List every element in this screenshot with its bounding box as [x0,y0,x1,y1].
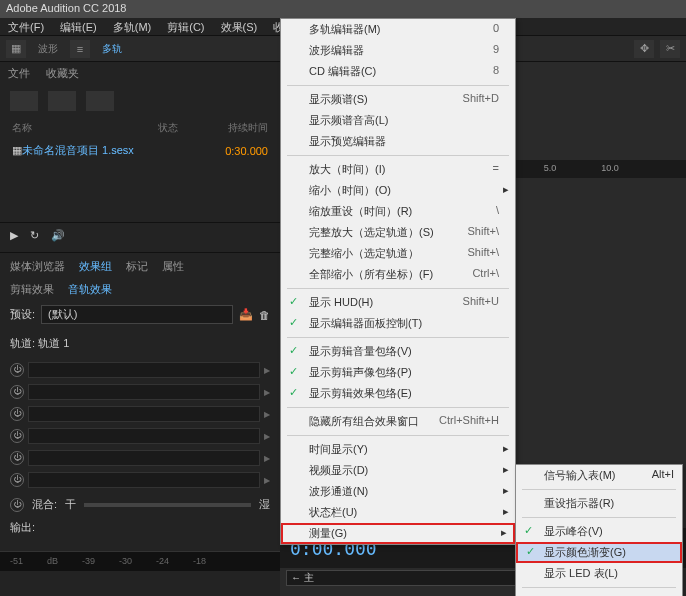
menu-clip-vol[interactable]: ✓显示剪辑音量包络(V) [281,341,515,362]
loop-icon[interactable]: ↻ [30,229,39,242]
menu-full-zoom-sel[interactable]: 完整放大（选定轨道）(S)Shift+\ [281,222,515,243]
play-icon[interactable]: ▶ [10,229,18,242]
effect-slot[interactable]: ⏻▶ [10,359,270,381]
menu-video-display[interactable]: 视频显示(D)▸ [281,460,515,481]
sub-120db[interactable]: 120 dB 范围(1) [516,591,682,596]
menu-hud[interactable]: ✓显示 HUD(H)Shift+U [281,292,515,313]
menu-pitch[interactable]: 显示频谱音高(L) [281,110,515,131]
save-preset-icon[interactable]: 📥 [239,308,253,321]
power-icon[interactable]: ⏻ [10,451,24,465]
sub-reset[interactable]: 重设指示器(R) [516,493,682,514]
view-dropdown: 多轨编辑器(M)0 波形编辑器9 CD 编辑器(C)8 显示频谱(S)Shift… [280,18,516,545]
menu-clip-pan[interactable]: ✓显示剪辑声像包络(P) [281,362,515,383]
menu-full-shrink-all[interactable]: 全部缩小（所有坐标）(F)Ctrl+\ [281,264,515,285]
power-icon[interactable]: ⏻ [10,385,24,399]
file-name: 未命名混音项目 1.sesx [22,143,208,158]
sub-signal-input[interactable]: 信号输入表(M)Alt+I [516,465,682,486]
track-label: 轨道: 轨道 1 [10,332,270,355]
effect-slot[interactable]: ⏻▶ [10,447,270,469]
effect-slot[interactable]: ⏻▶ [10,403,270,425]
mix-label: 混合: [32,497,57,512]
effect-slot[interactable]: ⏻▶ [10,469,270,491]
menu-waveform-editor[interactable]: 波形编辑器9 [281,40,515,61]
header-status: 状态 [158,121,208,135]
menu-multitrack-editor[interactable]: 多轨编辑器(M)0 [281,19,515,40]
menu-spectral[interactable]: 显示频谱(S)Shift+D [281,89,515,110]
menu-multitrack[interactable]: 多轨(M) [105,18,160,35]
effect-slots: ⏻▶ ⏻▶ ⏻▶ ⏻▶ ⏻▶ ⏻▶ [10,359,270,491]
new-file-button[interactable] [10,91,38,111]
tab-files[interactable]: 文件 [8,66,30,81]
menu-time-display[interactable]: 时间显示(Y)▸ [281,439,515,460]
header-name: 名称 [12,121,158,135]
menu-clip-fx[interactable]: ✓显示剪辑效果包络(E) [281,383,515,404]
effect-slot[interactable]: ⏻▶ [10,425,270,447]
sub-valleys[interactable]: ✓显示峰谷(V) [516,521,682,542]
tool-razor-icon[interactable]: ✂ [660,40,680,58]
title-bar: Adobe Audition CC 2018 [0,0,686,18]
menu-zoom-reset[interactable]: 缩放重设（时间）(R)\ [281,201,515,222]
file-item[interactable]: ▦ 未命名混音项目 1.sesx 0:30.000 [0,139,280,162]
tab-media[interactable]: 媒体浏览器 [10,259,65,274]
menu-cd-editor[interactable]: CD 编辑器(C)8 [281,61,515,82]
menu-zoom-in[interactable]: 放大（时间）(I)= [281,159,515,180]
menu-measure[interactable]: 测量(G)▸ [281,523,515,544]
preset-select[interactable]: (默认) [41,305,233,324]
output-label: 输出: [10,520,35,535]
waveform-icon[interactable]: ▦ [6,40,26,58]
subtab-track-fx[interactable]: 音轨效果 [68,282,112,297]
file-duration: 0:30.000 [208,145,268,157]
tab-markers[interactable]: 标记 [126,259,148,274]
tool-move-icon[interactable]: ✥ [634,40,654,58]
menu-full-shrink-sel[interactable]: 完整缩小（选定轨道）Shift+\ [281,243,515,264]
menu-zoom-out[interactable]: 缩小（时间）(O)▸ [281,180,515,201]
output-select[interactable]: ← 主 [286,570,554,586]
power-icon[interactable]: ⏻ [10,407,24,421]
sub-gradient[interactable]: ✓显示颜色渐变(G) [516,542,682,563]
open-file-button[interactable] [48,91,76,111]
menu-effects[interactable]: 效果(S) [213,18,266,35]
subtab-clip-fx[interactable]: 剪辑效果 [10,282,54,297]
mix-dry: 干 [65,497,76,512]
menu-status-bar[interactable]: 状态栏(U)▸ [281,502,515,523]
header-duration: 持续时间 [208,121,268,135]
menu-wave-channel[interactable]: 波形通道(N)▸ [281,481,515,502]
effect-slot[interactable]: ⏻▶ [10,381,270,403]
menu-editor-panel[interactable]: ✓显示编辑器面板控制(T) [281,313,515,334]
menu-clip[interactable]: 剪辑(C) [159,18,212,35]
power-icon[interactable]: ⏻ [10,429,24,443]
measure-submenu: 信号输入表(M)Alt+I 重设指示器(R) ✓显示峰谷(V) ➔ ✓显示颜色渐… [515,464,683,596]
waveform-label[interactable]: 波形 [32,40,64,58]
mix-power-icon[interactable]: ⏻ [10,498,24,512]
menu-hide-groups[interactable]: 隐藏所有组合效果窗口Ctrl+Shift+H [281,411,515,432]
tab-effects-group[interactable]: 效果组 [79,259,112,274]
mix-wet: 湿 [259,497,270,512]
multitrack-label[interactable]: 多轨 [96,40,128,58]
app-title: Adobe Audition CC 2018 [6,2,126,14]
tab-favorites[interactable]: 收藏夹 [46,66,79,81]
sub-led[interactable]: 显示 LED 表(L) [516,563,682,584]
power-icon[interactable]: ⏻ [10,473,24,487]
file-list-header: 名称 状态 持续时间 [0,117,280,139]
level-meter: -51 dB -39 -30 -24 -18 [0,551,280,571]
left-panel: 文件 收藏夹 名称 状态 持续时间 ▦ 未命名混音项目 1.sesx 0:30.… [0,62,280,596]
import-button[interactable] [86,91,114,111]
menu-preview[interactable]: 显示预览编辑器 [281,131,515,152]
menu-edit[interactable]: 编辑(E) [52,18,105,35]
preset-label: 预设: [10,307,35,322]
volume-icon[interactable]: 🔊 [51,229,65,242]
power-icon[interactable]: ⏻ [10,363,24,377]
menu-file[interactable]: 文件(F) [0,18,52,35]
file-type-icon: ▦ [12,144,22,157]
tab-props[interactable]: 属性 [162,259,184,274]
multitrack-icon[interactable]: ≡ [70,40,90,58]
delete-preset-icon[interactable]: 🗑 [259,309,270,321]
